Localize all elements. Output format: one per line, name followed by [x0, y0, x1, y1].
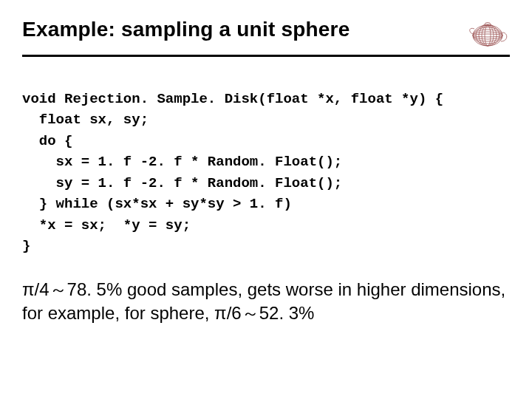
- svg-point-0: [473, 25, 502, 46]
- svg-point-7: [482, 25, 494, 46]
- code-line: sy = 1. f -2. f * Random. Float();: [22, 175, 342, 191]
- slide-header: Example: sampling a unit sphere: [22, 18, 510, 50]
- code-line: void Rejection. Sample. Disk(float *x, f…: [22, 91, 443, 107]
- svg-point-2: [473, 30, 502, 41]
- svg-point-8: [485, 25, 491, 46]
- code-line: do {: [22, 133, 72, 149]
- svg-point-3: [473, 32, 502, 39]
- svg-point-5: [476, 25, 499, 46]
- code-line: sx = 1. f -2. f * Random. Float();: [22, 154, 342, 170]
- code-line: *x = sx; *y = sy;: [22, 217, 191, 233]
- slide: Example: sampling a unit sphere: [0, 0, 532, 399]
- body-text: π/4～78. 5% good samples, gets worse in h…: [22, 278, 510, 326]
- title-divider: [22, 55, 510, 57]
- slide-title: Example: sampling a unit sphere: [22, 18, 349, 49]
- svg-point-6: [479, 25, 497, 46]
- code-line: }: [22, 238, 30, 254]
- teapot-logo: [466, 19, 510, 50]
- code-line: float sx, sy;: [22, 112, 149, 128]
- code-line: } while (sx*sx + sy*sy > 1. f): [22, 196, 292, 212]
- svg-point-4: [473, 34, 502, 37]
- code-block: void Rejection. Sample. Disk(float *x, f…: [22, 67, 510, 257]
